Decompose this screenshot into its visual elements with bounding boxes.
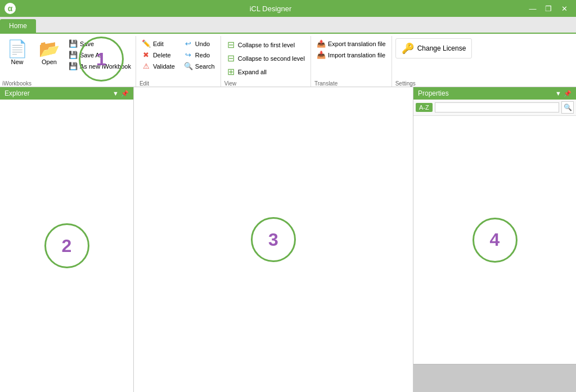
export-label: Export translation file: [328, 40, 386, 47]
properties-header: Properties ▼ 📌: [413, 87, 576, 100]
ribbon-group-edit: ✏️ Edit ✖ Delete ⚠ Validate ↩ Undo: [136, 36, 221, 87]
import-label: Import translation file: [328, 52, 385, 58]
validate-button[interactable]: ⚠ Validate: [140, 61, 177, 71]
open-label: Open: [42, 58, 57, 65]
change-license-button[interactable]: 🔑 Change License: [395, 38, 472, 58]
tab-bar: Home: [0, 17, 576, 34]
properties-sort-button[interactable]: A-Z: [416, 103, 433, 112]
new-button[interactable]: 📄 New: [2, 38, 32, 78]
explorer-pin-icon[interactable]: 📌: [121, 90, 129, 97]
close-button[interactable]: ✕: [557, 3, 572, 14]
explorer-header: Explorer ▼ 📌: [0, 87, 133, 100]
properties-panel: Properties ▼ 📌 A-Z 🔍 4: [413, 87, 576, 392]
edit-label: Edit: [153, 40, 164, 47]
undo-button[interactable]: ↩ Undo: [182, 38, 217, 49]
tab-home[interactable]: Home: [0, 19, 36, 33]
properties-header-controls: ▼ 📌: [555, 90, 572, 97]
properties-dropdown-icon[interactable]: ▼: [555, 90, 561, 97]
edit-group-label: Edit: [140, 78, 217, 87]
properties-search-input[interactable]: [435, 102, 559, 112]
ribbon-group-translate: 📤 Export translation file 📥 Import trans…: [311, 36, 392, 87]
validate-label: Validate: [153, 63, 175, 70]
properties-search-button[interactable]: 🔍: [561, 101, 574, 114]
edit-button[interactable]: ✏️ Edit: [140, 38, 177, 49]
properties-pin-icon[interactable]: 📌: [564, 90, 572, 97]
redo-button[interactable]: ↪ Redo: [182, 49, 217, 60]
as-new-icon: 💾: [69, 62, 78, 70]
search-icon: 🔍: [184, 62, 193, 70]
view-group-label: View: [224, 78, 307, 87]
save-icon: 💾: [69, 39, 78, 48]
redo-icon: ↪: [184, 51, 193, 59]
edit-left-col: ✏️ Edit ✖ Delete ⚠ Validate: [140, 38, 177, 78]
delete-button[interactable]: ✖ Delete: [140, 49, 177, 60]
save-label: Save: [80, 40, 94, 47]
save-buttons-group: 💾 Save 💾 Save As 💾 As new iWorkbook: [66, 38, 133, 78]
properties-title: Properties: [418, 89, 449, 97]
app-icon: α: [4, 3, 16, 14]
restore-button[interactable]: ❐: [541, 3, 556, 14]
expand-all-icon: ⊞: [227, 66, 236, 77]
redo-label: Redo: [195, 52, 210, 58]
delete-icon: ✖: [142, 51, 151, 59]
ribbon: 📄 New 📂 Open 💾 Save 💾 Save As 💾: [0, 34, 576, 87]
undo-label: Undo: [195, 40, 210, 47]
save-button[interactable]: 💾 Save: [66, 38, 133, 49]
circle-2: 2: [44, 223, 89, 268]
explorer-dropdown-icon[interactable]: ▼: [112, 90, 119, 97]
search-button[interactable]: 🔍 Search: [182, 61, 217, 71]
translate-group-label: Translate: [314, 78, 388, 87]
open-button[interactable]: 📂 Open: [34, 38, 64, 78]
export-translation-button[interactable]: 📤 Export translation file: [314, 38, 388, 49]
license-icon: 🔑: [402, 42, 414, 55]
collapse-first-label: Collapse to first level: [238, 42, 295, 48]
properties-content: 4: [413, 116, 576, 364]
collapse-first-button[interactable]: ⊟ Collapse to first level: [224, 38, 307, 51]
ribbon-group-view: ⊟ Collapse to first level ⊟ Collapse to …: [221, 36, 311, 87]
circle-3: 3: [251, 217, 296, 262]
window-controls: — ❐ ✕: [525, 3, 572, 14]
circle-4: 4: [472, 218, 518, 263]
settings-group-label: Settings: [395, 78, 472, 87]
expand-all-label: Expand all: [238, 69, 267, 75]
save-as-button[interactable]: 💾 Save As: [66, 49, 133, 60]
app-title: iCL Designer: [16, 4, 525, 13]
save-as-label: Save As: [80, 52, 102, 58]
main-area: Explorer ▼ 📌 2 3 Properties ▼ 📌 A-Z 🔍: [0, 87, 576, 392]
properties-footer: [413, 364, 576, 392]
validate-icon: ⚠: [142, 62, 151, 70]
edit-right-col: ↩ Undo ↪ Redo 🔍 Search: [182, 38, 217, 78]
collapse-first-icon: ⊟: [227, 39, 236, 50]
iworkbooks-group-label: iWorkbooks: [2, 78, 133, 87]
edit-icon: ✏️: [142, 39, 151, 48]
collapse-second-label: Collapse to second level: [238, 55, 305, 62]
properties-toolbar: A-Z 🔍: [413, 100, 576, 116]
open-folder-icon: 📂: [39, 40, 60, 57]
import-translation-button[interactable]: 📥 Import translation file: [314, 49, 388, 60]
title-bar: α iCL Designer — ❐ ✕: [0, 0, 576, 17]
canvas-area[interactable]: 3: [134, 87, 413, 392]
explorer-panel: Explorer ▼ 📌 2: [0, 87, 134, 392]
change-license-label: Change License: [417, 44, 466, 52]
new-label: New: [11, 58, 23, 65]
ribbon-group-settings: 🔑 Change License Settings: [392, 36, 476, 87]
save-as-icon: 💾: [69, 51, 78, 59]
import-icon: 📥: [317, 51, 326, 59]
ribbon-group-iworkbooks: 📄 New 📂 Open 💾 Save 💾 Save As 💾: [0, 36, 136, 87]
search-label: Search: [195, 63, 215, 70]
as-new-iworkbook-button[interactable]: 💾 As new iWorkbook: [66, 61, 133, 71]
undo-icon: ↩: [184, 39, 193, 48]
new-doc-icon: 📄: [7, 40, 28, 57]
as-new-label: As new iWorkbook: [80, 63, 131, 70]
delete-label: Delete: [153, 52, 171, 58]
properties-search-icon: 🔍: [564, 103, 572, 111]
export-icon: 📤: [317, 39, 326, 48]
explorer-header-controls: ▼ 📌: [112, 90, 129, 97]
collapse-second-icon: ⊟: [227, 53, 236, 64]
minimize-button[interactable]: —: [525, 3, 540, 14]
explorer-content: 2: [0, 100, 133, 392]
explorer-title: Explorer: [4, 89, 30, 97]
expand-all-button[interactable]: ⊞ Expand all: [224, 65, 307, 78]
collapse-second-button[interactable]: ⊟ Collapse to second level: [224, 52, 307, 65]
